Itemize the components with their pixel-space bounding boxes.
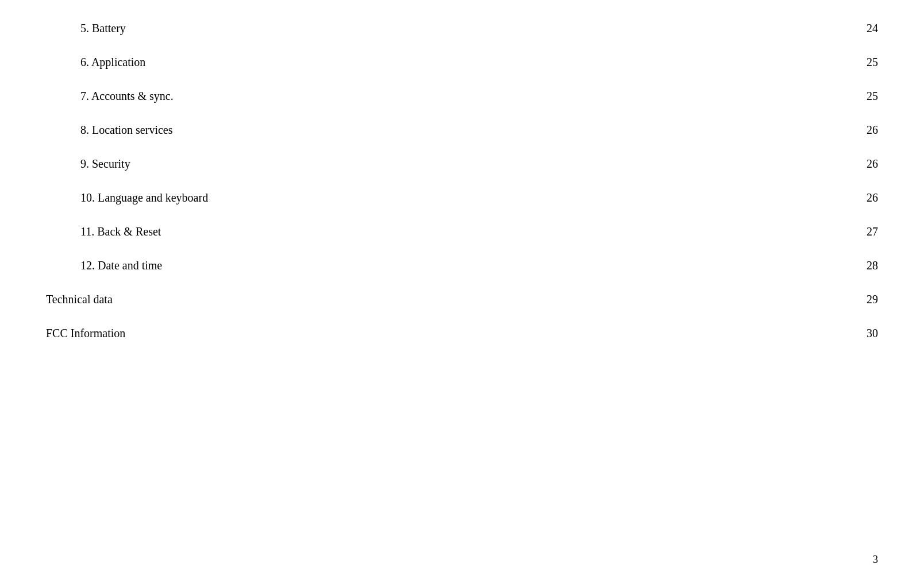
item-technical-page: 29 xyxy=(855,293,878,306)
item-fcc-label: FCC Information xyxy=(46,327,125,340)
item-application-label: 6. Application xyxy=(80,56,145,69)
item-location-label: 8. Location services xyxy=(80,123,173,137)
item-technical-label: Technical data xyxy=(46,293,113,306)
item-date-time-label: 12. Date and time xyxy=(80,259,162,272)
item-language-page: 26 xyxy=(855,191,878,204)
item-language: 10. Language and keyboard26 xyxy=(46,181,878,215)
item-security-label: 9. Security xyxy=(80,157,130,171)
item-security-page: 26 xyxy=(855,157,878,171)
item-fcc: FCC Information30 xyxy=(46,316,878,350)
item-fcc-page: 30 xyxy=(855,327,878,340)
item-technical: Technical data29 xyxy=(46,283,878,316)
item-location-page: 26 xyxy=(855,123,878,137)
item-application-page: 25 xyxy=(855,56,878,69)
page-container: 5. Battery246. Application257. Accounts … xyxy=(0,0,924,583)
item-date-time: 12. Date and time28 xyxy=(46,249,878,283)
item-accounts-page: 25 xyxy=(855,90,878,103)
item-application: 6. Application25 xyxy=(46,45,878,79)
page-number: 3 xyxy=(873,554,878,566)
item-back-reset: 11. Back & Reset27 xyxy=(46,215,878,249)
toc-list: 5. Battery246. Application257. Accounts … xyxy=(46,11,878,350)
item-date-time-page: 28 xyxy=(855,259,878,272)
item-accounts-label: 7. Accounts & sync. xyxy=(80,90,174,103)
item-battery: 5. Battery24 xyxy=(46,11,878,45)
item-language-label: 10. Language and keyboard xyxy=(80,191,208,204)
item-accounts: 7. Accounts & sync.25 xyxy=(46,79,878,113)
item-back-reset-page: 27 xyxy=(855,225,878,238)
item-battery-page: 24 xyxy=(855,22,878,35)
item-location: 8. Location services26 xyxy=(46,113,878,147)
item-battery-label: 5. Battery xyxy=(80,22,126,35)
item-security: 9. Security26 xyxy=(46,147,878,181)
item-back-reset-label: 11. Back & Reset xyxy=(80,225,161,238)
